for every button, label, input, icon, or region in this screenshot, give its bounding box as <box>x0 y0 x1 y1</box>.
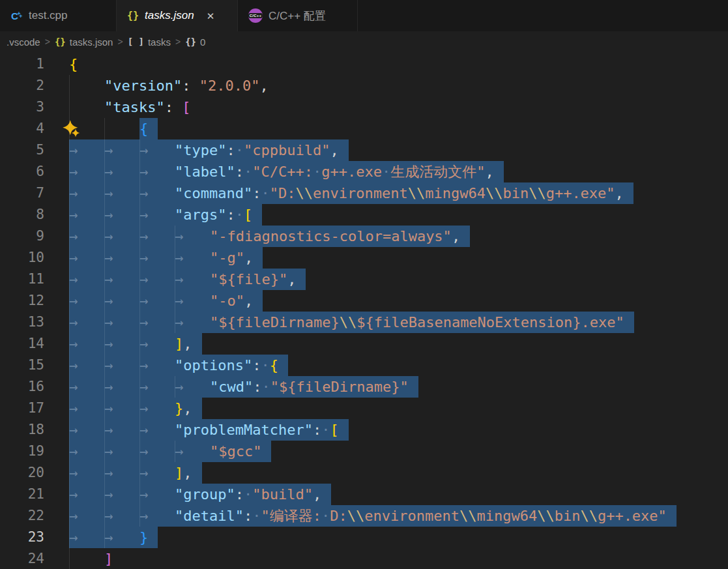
line-number[interactable]: 10 <box>0 247 59 269</box>
code-line[interactable]: 18→→→"problemMatcher":·[ <box>0 419 728 441</box>
line-content[interactable]: →→→→"-g", <box>59 247 728 269</box>
line-content[interactable]: →→→→"$gcc" <box>59 441 728 462</box>
line-number[interactable]: 2 <box>0 75 59 96</box>
whitespace-dot: · <box>244 486 252 503</box>
code-line[interactable]: 3"tasks": [ <box>0 96 728 118</box>
code-token: \\ <box>459 508 477 524</box>
whitespace-dot: · <box>235 142 244 158</box>
breadcrumb-item-0[interactable]: {} 0 <box>185 36 205 48</box>
code-line[interactable]: 7→→→"command":·"D:\\environment\\mingw64… <box>0 182 728 204</box>
line-content[interactable]: { <box>59 53 728 75</box>
line-number[interactable]: 4 <box>0 118 59 139</box>
code-token: g++.exe" <box>598 508 667 524</box>
line-content[interactable]: →→→"group":·"build", <box>59 484 728 505</box>
line-content[interactable]: →→→"type":·"cppbuild", <box>59 139 728 161</box>
line-number[interactable]: 6 <box>0 161 59 182</box>
line-number[interactable]: 14 <box>0 333 59 355</box>
code-line[interactable]: 22→→→"detail":·"编译器:·D:\\environment\\mi… <box>0 505 728 527</box>
code-line[interactable]: 21→→→"group":·"build", <box>0 484 728 505</box>
line-content[interactable]: "version": "2.0.0", <box>59 75 728 96</box>
close-icon[interactable]: ✕ <box>207 11 215 21</box>
line-content[interactable]: →→→"options":·{ <box>59 355 728 376</box>
line-number[interactable]: 3 <box>0 96 59 118</box>
indent-guide: → <box>139 505 175 527</box>
line-number[interactable]: 17 <box>0 398 59 419</box>
line-content[interactable]: { <box>59 118 728 139</box>
line-number[interactable]: 11 <box>0 269 59 290</box>
line-number[interactable]: 7 <box>0 182 59 204</box>
line-content[interactable]: →→→→"${fileDirname}\\${fileBasenameNoExt… <box>59 312 728 333</box>
line-content[interactable]: →→→"detail":·"编译器:·D:\\environment\\ming… <box>59 505 728 527</box>
line-number[interactable]: 24 <box>0 548 59 569</box>
line-number[interactable]: 15 <box>0 355 59 376</box>
code-line[interactable]: 19→→→→"$gcc" <box>0 441 728 462</box>
code-line[interactable]: 9→→→→"-fdiagnostics-color=always", <box>0 226 728 247</box>
code-line[interactable]: 13→→→→"${fileDirname}\\${fileBasenameNoE… <box>0 312 728 333</box>
line-number[interactable]: 23 <box>0 527 59 548</box>
code-token: "编译器:·D: <box>261 508 347 524</box>
selection-highlight: →→→→"-o", <box>69 290 263 312</box>
code-line[interactable]: 15→→→"options":·{ <box>0 355 728 376</box>
line-content[interactable]: →→} <box>59 527 728 548</box>
code-line[interactable]: 12→→→→"-o", <box>0 290 728 312</box>
line-number[interactable]: 9 <box>0 226 59 247</box>
line-content[interactable]: →→→], <box>59 333 728 355</box>
indent-guide: → <box>69 484 104 505</box>
selection-highlight: →→→→"${fileDirname}\\${fileBasenameNoExt… <box>69 312 634 333</box>
breadcrumb-item-tasks-json[interactable]: {} tasks.json <box>55 36 113 48</box>
line-content[interactable]: →→→→"-o", <box>59 290 728 312</box>
line-content[interactable]: →→→"label":·"C/C++:·g++.exe·生成活动文件", <box>59 161 728 182</box>
line-content[interactable]: "tasks": [ <box>59 96 728 118</box>
code-line[interactable]: 2"version": "2.0.0", <box>0 75 728 96</box>
code-line[interactable]: 16→→→→"cwd":·"${fileDirname}" <box>0 376 728 398</box>
code-line[interactable]: 5→→→"type":·"cppbuild", <box>0 139 728 161</box>
line-number[interactable]: 20 <box>0 462 59 484</box>
line-number[interactable]: 5 <box>0 139 59 161</box>
indent-guide: → <box>139 398 175 419</box>
tab-tasks-json[interactable]: {} tasks.json ✕ <box>117 0 238 31</box>
selection-highlight: →→→→"$gcc" <box>69 441 271 462</box>
code-line[interactable]: 17→→→}, <box>0 398 728 419</box>
code-line[interactable]: 11→→→→"${file}", <box>0 269 728 290</box>
code-line[interactable]: 14→→→], <box>0 333 728 355</box>
code-line[interactable]: 10→→→→"-g", <box>0 247 728 269</box>
indent-guide: → <box>69 312 104 333</box>
code-line[interactable]: 1{ <box>0 53 728 75</box>
code-line[interactable]: 20→→→], <box>0 462 728 484</box>
line-number[interactable]: 1 <box>0 53 59 75</box>
tab-bar: C + + test.cpp {} tasks.json ✕ C/C++ C/C… <box>0 0 728 31</box>
line-number[interactable]: 16 <box>0 376 59 398</box>
code-line[interactable]: 4{ <box>0 118 728 139</box>
line-content[interactable]: →→→→"-fdiagnostics-color=always", <box>59 226 728 247</box>
line-number[interactable]: 21 <box>0 484 59 505</box>
code-line[interactable]: 6→→→"label":·"C/C++:·g++.exe·生成活动文件", <box>0 161 728 182</box>
code-editor[interactable]: 1{2"version": "2.0.0",3"tasks": [4{5→→→"… <box>0 52 728 569</box>
indent-guide: → <box>104 226 139 247</box>
line-content[interactable]: →→→"problemMatcher":·[ <box>59 419 728 441</box>
line-number[interactable]: 18 <box>0 419 59 441</box>
line-content[interactable]: →→→→"cwd":·"${fileDirname}" <box>59 376 728 398</box>
code-token: "cppbuild" <box>244 142 330 158</box>
code-token: , <box>452 228 460 244</box>
tab-test-cpp[interactable]: C + + test.cpp <box>0 0 117 31</box>
tab-cpp-config[interactable]: C/C++ C/C++ 配置 <box>238 0 358 31</box>
whitespace-dot: · <box>261 185 269 201</box>
code-line[interactable]: 24] <box>0 548 728 569</box>
code-token: "D: <box>270 185 296 201</box>
line-content[interactable]: →→→"args":·[ <box>59 204 728 226</box>
breadcrumb-item-vscode[interactable]: .vscode <box>7 36 40 48</box>
line-content[interactable]: →→→], <box>59 462 728 484</box>
code-line[interactable]: 23→→} <box>0 527 728 548</box>
line-content[interactable]: →→→"command":·"D:\\environment\\mingw64\… <box>59 182 728 204</box>
line-number[interactable]: 8 <box>0 204 59 226</box>
code-line[interactable]: 8→→→"args":·[ <box>0 204 728 226</box>
line-content[interactable]: ] <box>59 548 728 569</box>
line-number[interactable]: 19 <box>0 441 59 462</box>
line-number[interactable]: 12 <box>0 290 59 312</box>
code-token: :· <box>252 357 270 373</box>
line-content[interactable]: →→→}, <box>59 398 728 419</box>
line-number[interactable]: 13 <box>0 312 59 333</box>
line-content[interactable]: →→→→"${file}", <box>59 269 728 290</box>
line-number[interactable]: 22 <box>0 505 59 527</box>
breadcrumb-item-tasks[interactable]: [ ] tasks <box>128 36 171 48</box>
